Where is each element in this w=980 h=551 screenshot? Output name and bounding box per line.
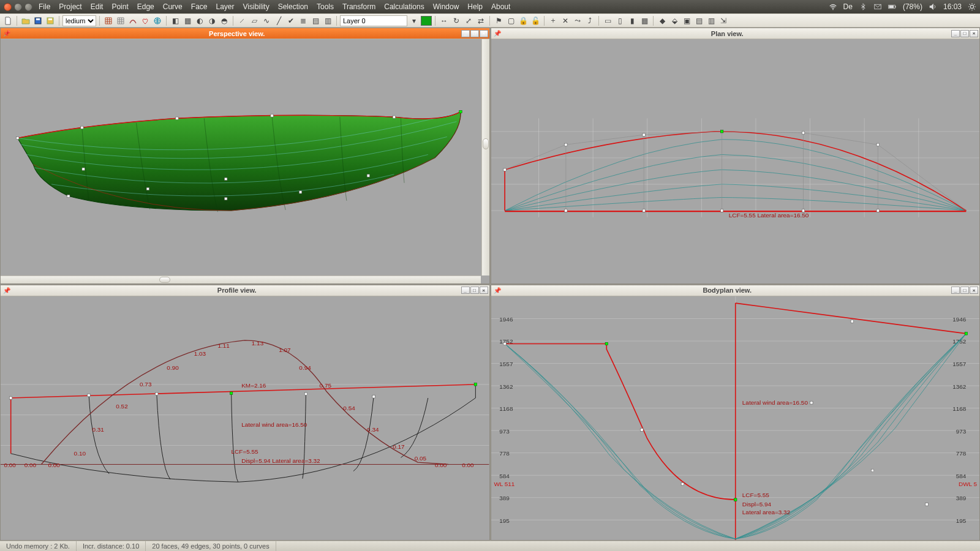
box-icon[interactable]: ▢ bbox=[505, 15, 516, 26]
layers-icon[interactable]: ≣ bbox=[298, 15, 309, 26]
calc-icon[interactable]: ▤ bbox=[693, 15, 704, 26]
views-2v-icon[interactable]: ▮ bbox=[627, 15, 638, 26]
edge-tool-icon[interactable]: ⟋ bbox=[236, 15, 247, 26]
diamond-icon[interactable]: ◆ bbox=[657, 15, 668, 26]
split-icon[interactable]: ⤴ bbox=[584, 15, 595, 26]
new-file-icon[interactable] bbox=[2, 15, 13, 26]
pin-icon[interactable]: 📌 bbox=[2, 285, 12, 295]
cube-icon[interactable]: ◧ bbox=[170, 15, 181, 26]
del-point-icon[interactable]: ✕ bbox=[560, 15, 571, 26]
layer-color-swatch[interactable] bbox=[421, 16, 432, 26]
views-4-icon[interactable]: ▦ bbox=[639, 15, 650, 26]
check-tool-icon[interactable]: ✔ bbox=[285, 15, 296, 26]
mirror-icon[interactable]: ⇄ bbox=[475, 15, 486, 26]
face-tool-icon[interactable]: ▱ bbox=[249, 15, 260, 26]
panel-close-button[interactable]: × bbox=[970, 30, 978, 37]
panel-minimize-button[interactable]: _ bbox=[461, 287, 470, 294]
panel-close-button[interactable]: × bbox=[480, 287, 488, 294]
menu-visibility[interactable]: Visibility bbox=[243, 2, 270, 11]
add-point-icon[interactable]: ＋ bbox=[548, 15, 559, 26]
perspective-titlebar[interactable]: 📌 Perspective view. _ □ × bbox=[1, 28, 489, 39]
panel-close-button[interactable]: × bbox=[970, 287, 978, 294]
panel-maximize-button[interactable]: □ bbox=[470, 287, 479, 294]
panel-close-button[interactable]: × bbox=[480, 30, 488, 37]
menu-selection[interactable]: Selection bbox=[278, 2, 308, 11]
settings-gear-icon[interactable] bbox=[968, 2, 976, 11]
export-icon[interactable]: ⇲ bbox=[718, 15, 729, 26]
marker-icon[interactable]: ⚑ bbox=[493, 15, 504, 26]
rotate-icon[interactable]: ↻ bbox=[451, 15, 462, 26]
menu-edge[interactable]: Edge bbox=[137, 2, 154, 11]
scrollbar-v[interactable] bbox=[481, 39, 489, 276]
panel-maximize-button[interactable]: □ bbox=[960, 30, 969, 37]
menu-tools[interactable]: Tools bbox=[317, 2, 334, 11]
report-icon[interactable]: ▥ bbox=[706, 15, 717, 26]
menu-help[interactable]: Help bbox=[467, 2, 483, 11]
unlock-icon[interactable]: 🔓 bbox=[530, 15, 541, 26]
menu-project[interactable]: Project bbox=[59, 2, 81, 11]
lock-icon[interactable]: 🔒 bbox=[518, 15, 529, 26]
window-minimize-button[interactable] bbox=[14, 3, 22, 11]
bluetooth-icon[interactable] bbox=[859, 2, 867, 11]
panel-minimize-button[interactable]: _ bbox=[951, 287, 960, 294]
open-folder-icon[interactable] bbox=[20, 15, 31, 26]
menu-layer[interactable]: Layer bbox=[216, 2, 234, 11]
menu-edit[interactable]: Edit bbox=[91, 2, 104, 11]
panel-minimize-button[interactable]: _ bbox=[951, 30, 960, 37]
wifi-icon[interactable] bbox=[829, 2, 837, 11]
plan-viewport[interactable]: LCF=5.55 Lateral area=16.50 bbox=[491, 39, 980, 283]
move-icon[interactable]: ↔ bbox=[439, 15, 450, 26]
clock[interactable]: 16:03 bbox=[943, 2, 962, 11]
battery-icon[interactable] bbox=[888, 2, 897, 11]
layer-select[interactable] bbox=[340, 15, 407, 26]
panel-maximize-button[interactable]: □ bbox=[960, 287, 969, 294]
window-close-button[interactable] bbox=[4, 3, 12, 11]
menu-calculations[interactable]: Calculations bbox=[384, 2, 424, 11]
spline-tool-icon[interactable]: ∿ bbox=[261, 15, 272, 26]
section-icon[interactable]: ▣ bbox=[681, 15, 692, 26]
zebra-icon[interactable]: ◓ bbox=[219, 15, 230, 26]
palette-icon[interactable]: ▥ bbox=[322, 15, 333, 26]
menu-file[interactable]: File bbox=[39, 2, 50, 11]
panel-maximize-button[interactable]: □ bbox=[470, 30, 479, 37]
scale-icon[interactable]: ⤢ bbox=[463, 15, 474, 26]
views-1-icon[interactable]: ▭ bbox=[602, 15, 613, 26]
panel-minimize-button[interactable]: _ bbox=[461, 30, 470, 37]
bodyplan-viewport[interactable]: 195195 389389 584584 778778 973973 11681… bbox=[491, 296, 980, 541]
keyboard-language[interactable]: De bbox=[843, 2, 853, 11]
curve-tool-icon[interactable] bbox=[127, 15, 138, 26]
globe-icon[interactable] bbox=[152, 15, 163, 26]
heart-icon[interactable] bbox=[140, 15, 151, 26]
mesh-icon[interactable]: ▦ bbox=[182, 15, 193, 26]
bodyplan-titlebar[interactable]: 📌 Bodyplan view. _□× bbox=[491, 285, 980, 296]
window-maximize-button[interactable] bbox=[24, 3, 32, 11]
join-icon[interactable]: ⤳ bbox=[572, 15, 583, 26]
menu-about[interactable]: About bbox=[491, 2, 510, 11]
menu-point[interactable]: Point bbox=[111, 2, 128, 11]
pin-icon[interactable]: 📌 bbox=[2, 29, 12, 39]
volume-icon[interactable] bbox=[929, 2, 937, 11]
hydro-icon[interactable]: ⬙ bbox=[669, 15, 680, 26]
precision-select[interactable]: ledium bbox=[62, 15, 96, 26]
profile-viewport[interactable]: 0.10 0.31 0.52 0.73 0.90 1.03 1.11 1.13 … bbox=[1, 296, 489, 541]
line-tool-icon[interactable]: ╱ bbox=[273, 15, 284, 26]
pin-icon[interactable]: 📌 bbox=[492, 29, 502, 39]
painted-icon[interactable]: ◑ bbox=[206, 15, 217, 26]
color-grid-icon[interactable]: ▤ bbox=[310, 15, 321, 26]
views-2h-icon[interactable]: ▯ bbox=[614, 15, 625, 26]
wire-grid-icon[interactable] bbox=[115, 15, 126, 26]
menu-face[interactable]: Face bbox=[191, 2, 208, 11]
layer-dropdown-icon[interactable]: ▾ bbox=[409, 15, 420, 26]
grid-icon[interactable] bbox=[103, 15, 114, 26]
menu-window[interactable]: Window bbox=[433, 2, 459, 11]
perspective-viewport[interactable] bbox=[1, 39, 489, 283]
menu-transform[interactable]: Transform bbox=[342, 2, 375, 11]
mail-icon[interactable] bbox=[873, 2, 882, 11]
save-icon[interactable] bbox=[32, 15, 43, 26]
menu-curve[interactable]: Curve bbox=[163, 2, 183, 11]
profile-titlebar[interactable]: 📌 Profile view. _□× bbox=[1, 285, 489, 296]
scrollbar-h[interactable] bbox=[1, 276, 481, 283]
pin-icon[interactable]: 📌 bbox=[492, 285, 502, 295]
shaded-icon[interactable]: ◐ bbox=[194, 15, 205, 26]
plan-titlebar[interactable]: 📌 Plan view. _□× bbox=[491, 28, 980, 39]
